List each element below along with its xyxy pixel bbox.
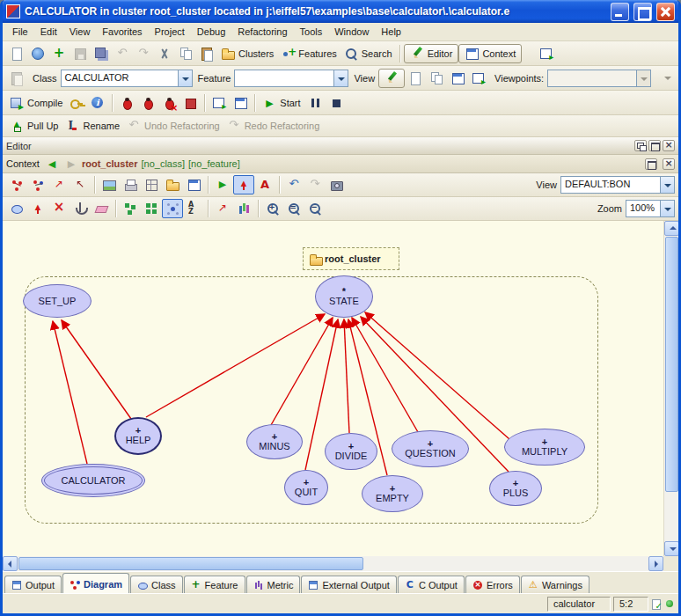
debug-stop-button[interactable] bbox=[158, 93, 179, 113]
menu-debug[interactable]: Debug bbox=[191, 25, 231, 39]
flat-view-button[interactable] bbox=[405, 69, 426, 88]
viewpoints-combobox-arrow-icon[interactable] bbox=[636, 70, 650, 86]
scroll-down-button[interactable] bbox=[664, 541, 679, 556]
tab-external-output[interactable]: External Output bbox=[301, 576, 396, 593]
feature-combobox-arrow-icon[interactable] bbox=[333, 70, 348, 86]
search-button[interactable]: Search bbox=[340, 44, 396, 63]
class-node-plus[interactable]: +PLUS bbox=[489, 471, 542, 506]
zoom-arrow-icon[interactable] bbox=[660, 201, 674, 216]
diagram-canvas[interactable]: root_cluster SET_UP*STATE+HELPCALCULATOR… bbox=[3, 221, 663, 556]
anchor-button[interactable] bbox=[70, 199, 91, 218]
float-pane-button[interactable] bbox=[634, 140, 647, 151]
editor-toggle-button[interactable]: Editor bbox=[404, 44, 459, 63]
open-project-button[interactable] bbox=[27, 44, 48, 63]
debug-step-button[interactable] bbox=[137, 93, 158, 113]
tab-class[interactable]: Class bbox=[130, 576, 183, 593]
class-node-divide[interactable]: +DIVIDE bbox=[325, 433, 377, 470]
horizontal-scroll-thumb[interactable] bbox=[18, 557, 363, 570]
history-back-button[interactable] bbox=[43, 157, 59, 172]
breakpoints-button[interactable] bbox=[179, 93, 201, 113]
toggle-links-button[interactable] bbox=[212, 199, 233, 218]
new-class-button[interactable] bbox=[6, 199, 27, 218]
tab-metric[interactable]: Metric bbox=[246, 576, 301, 593]
tab-errors[interactable]: Errors bbox=[465, 576, 520, 593]
project-info-button[interactable] bbox=[87, 93, 108, 113]
tab-warnings[interactable]: Warnings bbox=[521, 576, 589, 593]
vertical-scroll-track[interactable] bbox=[664, 493, 678, 541]
menu-project[interactable]: Project bbox=[149, 25, 191, 39]
menu-window[interactable]: Window bbox=[328, 25, 375, 39]
external-editor-button[interactable] bbox=[536, 44, 557, 63]
copy-button[interactable] bbox=[175, 44, 196, 63]
debug-run-button[interactable] bbox=[116, 93, 137, 113]
statistics-button[interactable] bbox=[233, 199, 254, 218]
horizontal-scrollbar[interactable] bbox=[3, 556, 663, 571]
start-button[interactable]: Start bbox=[259, 93, 304, 113]
redo-refactoring-button[interactable]: Redo Refactoring bbox=[223, 116, 324, 136]
feature-combobox[interactable] bbox=[234, 70, 348, 87]
inheritance-mode-button[interactable] bbox=[233, 175, 254, 194]
save-all-button[interactable] bbox=[91, 44, 112, 63]
new-document-button[interactable] bbox=[6, 44, 27, 63]
class-node-set_up[interactable]: SET_UP bbox=[23, 284, 92, 318]
tab-c-output[interactable]: C Output bbox=[398, 576, 465, 593]
scroll-left-button[interactable] bbox=[3, 556, 18, 571]
link-context-button[interactable] bbox=[6, 69, 27, 88]
diagram-undo-button[interactable] bbox=[283, 175, 304, 194]
class-node-help[interactable]: +HELP bbox=[114, 417, 162, 455]
force-layout-button[interactable] bbox=[162, 199, 183, 218]
menu-view[interactable]: View bbox=[63, 25, 97, 39]
pull-up-button[interactable]: Pull Up bbox=[6, 116, 62, 136]
features-button[interactable]: Features bbox=[277, 44, 340, 63]
supplier-links-button[interactable] bbox=[48, 175, 70, 194]
freeze-button[interactable] bbox=[66, 93, 87, 113]
class-node-multiply[interactable]: +MULTIPLY bbox=[504, 429, 585, 466]
client-links-button[interactable] bbox=[70, 175, 91, 194]
cut-button[interactable] bbox=[154, 44, 175, 63]
paste-button[interactable] bbox=[196, 44, 217, 63]
title-bar[interactable]: CALCULATOR in cluster root_cluster locat… bbox=[3, 0, 678, 23]
undo-refactoring-button[interactable]: Undo Refactoring bbox=[123, 116, 223, 136]
zoom-fit-button[interactable]: = bbox=[283, 199, 304, 218]
close-pane-button[interactable] bbox=[663, 140, 675, 151]
attach-window-button[interactable] bbox=[209, 93, 230, 113]
print-diagram-button[interactable] bbox=[120, 175, 141, 194]
toolbar-overflow-icon[interactable] bbox=[661, 71, 675, 85]
new-inheritance-button[interactable] bbox=[27, 199, 48, 218]
tab-feature[interactable]: Feature bbox=[184, 576, 245, 593]
close-button[interactable] bbox=[656, 3, 675, 21]
class-combobox-arrow-icon[interactable] bbox=[178, 70, 192, 86]
sort-button[interactable] bbox=[183, 199, 204, 218]
save-button[interactable] bbox=[70, 44, 91, 63]
context-toggle-button[interactable]: Context bbox=[458, 44, 522, 63]
class-links-button[interactable] bbox=[6, 175, 27, 194]
minimize-button[interactable] bbox=[611, 3, 629, 21]
context-no-feature-crumb[interactable]: [no_feature] bbox=[188, 158, 240, 169]
class-node-state[interactable]: *STATE bbox=[315, 275, 373, 318]
zoom-combobox[interactable]: 100% bbox=[626, 200, 675, 217]
context-cluster-crumb[interactable]: root_cluster bbox=[82, 158, 138, 169]
put-in-window-button[interactable] bbox=[183, 175, 204, 194]
class-node-minus[interactable]: +MINUS bbox=[246, 424, 303, 459]
vertical-scrollbar[interactable] bbox=[663, 221, 678, 556]
stop-button[interactable] bbox=[326, 93, 347, 113]
detach-window-button[interactable] bbox=[230, 93, 251, 113]
close-context-button[interactable] bbox=[663, 158, 675, 170]
class-combobox[interactable]: CALCULATOR bbox=[61, 70, 193, 87]
vertical-scroll-thumb[interactable] bbox=[665, 237, 678, 492]
layout-grid-button[interactable] bbox=[141, 175, 162, 194]
interface-view-button[interactable] bbox=[468, 69, 489, 88]
clusters-button[interactable]: Clusters bbox=[217, 44, 277, 63]
tab-diagram[interactable]: Diagram bbox=[62, 573, 129, 593]
zoom-in-button[interactable]: + bbox=[262, 199, 283, 218]
menu-edit[interactable]: Edit bbox=[34, 25, 63, 39]
maximize-button[interactable] bbox=[633, 3, 652, 21]
menu-favorites[interactable]: Favorites bbox=[96, 25, 148, 39]
maximize-pane-button[interactable] bbox=[648, 140, 661, 151]
cluster-label-box[interactable]: root_cluster bbox=[303, 247, 399, 270]
export-image-button[interactable] bbox=[99, 175, 120, 194]
history-forward-button[interactable] bbox=[62, 157, 78, 172]
add-button[interactable] bbox=[48, 44, 70, 63]
menu-file[interactable]: File bbox=[6, 25, 34, 39]
class-node-calculator[interactable]: CALCULATOR bbox=[41, 464, 145, 497]
